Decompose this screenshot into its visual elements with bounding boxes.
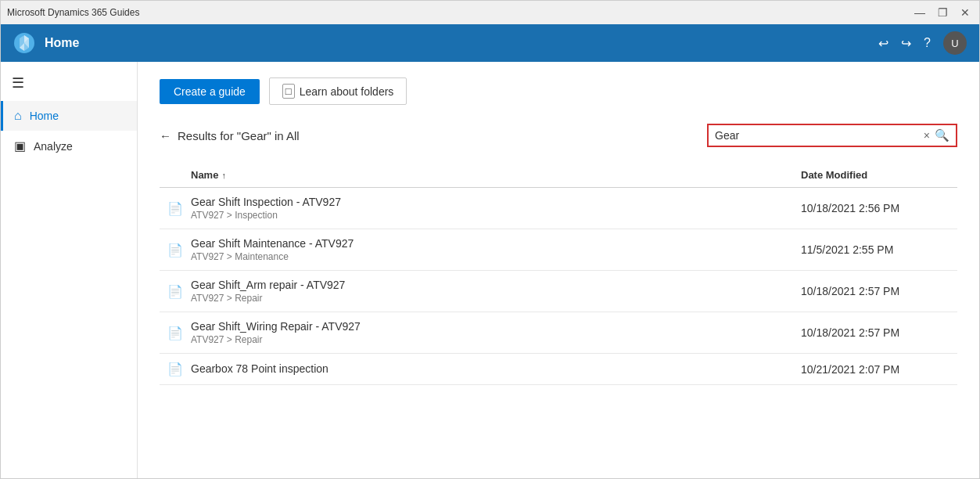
results-label: Results for "Gear" in All — [178, 129, 300, 142]
avatar[interactable]: U — [943, 31, 967, 55]
close-button[interactable]: ✕ — [957, 6, 973, 19]
action-bar: Create a guide □ Learn about folders — [160, 77, 957, 105]
minimize-button[interactable]: — — [911, 6, 928, 19]
header-icons: ↩ ↪ ? U — [878, 31, 967, 55]
row-path: ATV927 > Repair — [191, 334, 801, 345]
search-submit-icon[interactable]: 🔍 — [935, 128, 949, 142]
hamburger-button[interactable]: ☰ — [1, 68, 137, 98]
row-info: Gear Shift_Arm repair - ATV927 ATV927 > … — [191, 279, 801, 304]
redo-icon[interactable]: ↪ — [901, 36, 911, 51]
undo-icon[interactable]: ↩ — [878, 36, 888, 51]
sidebar-item-home[interactable]: ⌂ Home — [1, 101, 137, 131]
table-row[interactable]: 📄 Gear Shift_Arm repair - ATV927 ATV927 … — [160, 271, 957, 312]
col-date-header: Date Modified — [801, 169, 957, 181]
sidebar: ☰ ⌂ Home ▣ Analyze — [1, 62, 138, 478]
row-name: Gear Shift Maintenance - ATV927 — [191, 237, 801, 250]
file-icon: 📄 — [160, 284, 191, 299]
results-row: ← Results for "Gear" in All × 🔍 — [160, 124, 957, 147]
row-info: Gear Shift_Wiring Repair - ATV927 ATV927… — [191, 320, 801, 345]
table-row[interactable]: 📄 Gear Shift Inspection - ATV927 ATV927 … — [160, 188, 957, 229]
row-name: Gearbox 78 Point inspection — [191, 362, 801, 375]
file-icon: 📄 — [160, 201, 191, 216]
create-guide-button[interactable]: Create a guide — [160, 79, 260, 104]
maximize-button[interactable]: ❐ — [935, 6, 951, 19]
search-clear-icon[interactable]: × — [924, 129, 930, 142]
table-header: Name ↑ Date Modified — [160, 163, 957, 188]
row-path: ATV927 > Maintenance — [191, 251, 801, 262]
content-area: Create a guide □ Learn about folders ← R… — [138, 62, 979, 478]
back-arrow-icon: ← — [160, 129, 171, 142]
learn-folders-icon: □ — [282, 84, 295, 99]
window-title: Microsoft Dynamics 365 Guides — [7, 7, 139, 18]
app-logo-icon — [13, 32, 35, 54]
analyze-icon: ▣ — [14, 139, 26, 153]
row-date: 10/21/2021 2:07 PM — [801, 363, 957, 376]
window-controls: — ❐ ✕ — [911, 6, 973, 19]
file-icon: 📄 — [160, 326, 191, 340]
row-name: Gear Shift Inspection - ATV927 — [191, 196, 801, 208]
results-table: Name ↑ Date Modified 📄 Gear Shift Inspec… — [160, 163, 957, 385]
home-icon: ⌂ — [14, 109, 22, 123]
col-name-header: Name ↑ — [160, 169, 801, 181]
results-back-button[interactable]: ← Results for "Gear" in All — [160, 129, 300, 142]
search-input[interactable] — [715, 129, 919, 142]
search-box: × 🔍 — [707, 124, 957, 147]
row-info: Gearbox 78 Point inspection — [191, 362, 801, 376]
sidebar-item-analyze[interactable]: ▣ Analyze — [1, 131, 137, 161]
row-path: ATV927 > Repair — [191, 293, 801, 304]
table-row[interactable]: 📄 Gear Shift_Wiring Repair - ATV927 ATV9… — [160, 312, 957, 354]
row-path: ATV927 > Inspection — [191, 210, 801, 221]
title-bar: Microsoft Dynamics 365 Guides — ❐ ✕ — [1, 1, 979, 24]
row-date: 10/18/2021 2:56 PM — [801, 202, 957, 214]
table-row[interactable]: 📄 Gearbox 78 Point inspection 10/21/2021… — [160, 354, 957, 385]
main-layout: ☰ ⌂ Home ▣ Analyze Create a guide □ Lear… — [1, 62, 979, 478]
help-icon[interactable]: ? — [924, 36, 931, 50]
avatar-initials: U — [951, 38, 958, 49]
table-row[interactable]: 📄 Gear Shift Maintenance - ATV927 ATV927… — [160, 229, 957, 271]
app-title: Home — [45, 36, 79, 50]
row-info: Gear Shift Inspection - ATV927 ATV927 > … — [191, 196, 801, 221]
app-window: Microsoft Dynamics 365 Guides — ❐ ✕ Home… — [0, 0, 980, 479]
sort-arrow-icon[interactable]: ↑ — [221, 171, 226, 180]
file-icon: 📄 — [160, 362, 191, 376]
row-date: 10/18/2021 2:57 PM — [801, 285, 957, 297]
learn-folders-label: Learn about folders — [300, 85, 394, 98]
file-icon: 📄 — [160, 243, 191, 258]
app-header: Home ↩ ↪ ? U — [1, 24, 979, 62]
row-name: Gear Shift_Arm repair - ATV927 — [191, 279, 801, 291]
row-date: 10/18/2021 2:57 PM — [801, 326, 957, 339]
row-info: Gear Shift Maintenance - ATV927 ATV927 >… — [191, 237, 801, 262]
row-date: 11/5/2021 2:55 PM — [801, 243, 957, 256]
row-name: Gear Shift_Wiring Repair - ATV927 — [191, 320, 801, 333]
sidebar-item-home-label: Home — [30, 110, 59, 122]
learn-folders-button[interactable]: □ Learn about folders — [269, 77, 407, 105]
sidebar-item-analyze-label: Analyze — [34, 140, 73, 153]
